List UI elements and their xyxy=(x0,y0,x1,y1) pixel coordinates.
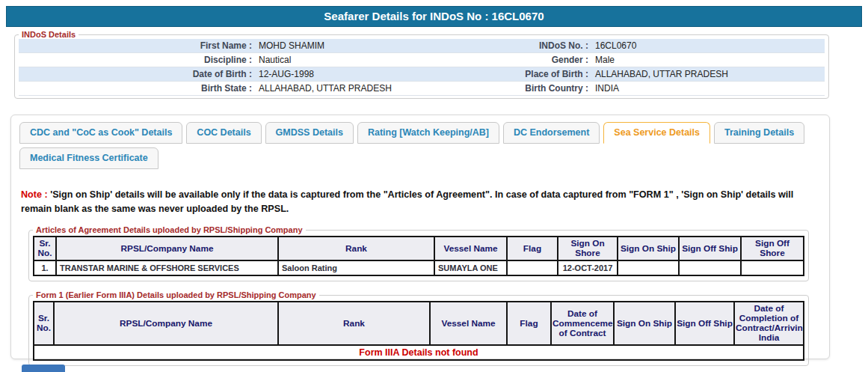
form1-empty-row: Form IIIA Details not found xyxy=(34,345,804,360)
date-of-birth-label: Date of Birth : xyxy=(19,67,256,82)
column-header-sign-on-shore: Sign On Shore xyxy=(558,237,618,260)
cell-vessel-name: SUMAYLA ONE xyxy=(434,260,507,275)
indos-row: Birth State : ALLAHABAD, UTTAR PRADESH B… xyxy=(19,82,825,96)
tab-gmdss-details[interactable]: GMDSS Details xyxy=(265,122,354,144)
indos-details-legend: INDoS Details xyxy=(19,30,79,39)
articles-of-agreement-table: Sr. No. RPSL/Company Name Rank Vessel Na… xyxy=(33,236,804,276)
column-header-date-of-completion: Date of Completion of Contract/Arriving … xyxy=(734,302,804,345)
gender-value: Male xyxy=(593,53,825,67)
birth-state-label: Birth State : xyxy=(19,82,256,96)
column-header-date-of-commencement: Date of Commencement of Contract xyxy=(551,302,614,345)
tab-medical-fitness-certificate[interactable]: Medical Fitness Certificate xyxy=(19,147,158,169)
note-text: 'Sign on Ship' details will be available… xyxy=(21,189,793,214)
column-header-sign-off-shore: Sign Off Shore xyxy=(741,237,804,260)
articles-table-header-row: Sr. No. RPSL/Company Name Rank Vessel Na… xyxy=(34,237,804,260)
form1-section: Form 1 (Earlier Form IIIA) Details uploa… xyxy=(28,290,809,366)
column-header-sign-on-ship: Sign On Ship xyxy=(614,302,675,345)
tab-bar-row-2: Medical Fitness Certificate xyxy=(19,147,821,169)
indos-no-label: INDoS No. : xyxy=(481,39,593,53)
form1-legend: Form 1 (Earlier Form IIIA) Details uploa… xyxy=(33,290,319,299)
birth-country-label: Birth Country : xyxy=(481,82,593,96)
tab-coc-details[interactable]: COC Details xyxy=(186,122,261,144)
column-header-vessel-name: Vessel Name xyxy=(434,237,507,260)
sign-on-ship-note: Note : 'Sign on Ship' details will be av… xyxy=(21,188,812,216)
indos-row: Discipline : Nautical Gender : Male xyxy=(19,53,825,67)
column-header-flag: Flag xyxy=(507,237,558,260)
details-tab-panel: CDC and "CoC as Cook" Details COC Detail… xyxy=(10,115,830,359)
discipline-label: Discipline : xyxy=(19,53,256,67)
articles-table-row: 1. TRANSTAR MARINE & OFFSHORE SERVICES S… xyxy=(34,260,804,275)
column-header-rank: Rank xyxy=(278,237,434,260)
articles-of-agreement-legend: Articles of Agreement Details uploaded b… xyxy=(33,225,306,234)
indos-row: Date of Birth : 12-AUG-1998 Place of Bir… xyxy=(19,67,825,82)
form1-table: Sr. No. RPSL/Company Name Rank Vessel Na… xyxy=(33,301,804,361)
cell-rank: Saloon Rating xyxy=(278,260,434,275)
column-header-sr-no: Sr. No. xyxy=(34,302,54,345)
column-header-sign-off-ship: Sign Off Ship xyxy=(675,302,734,345)
cell-company-name: TRANSTAR MARINE & OFFSHORE SERVICES xyxy=(56,260,278,275)
indos-row: First Name : MOHD SHAMIM INDoS No. : 16C… xyxy=(19,39,825,53)
tab-bar-row-1: CDC and "CoC as Cook" Details COC Detail… xyxy=(19,122,821,144)
cell-sign-off-shore xyxy=(741,260,804,275)
tab-sea-service-details[interactable]: Sea Service Details xyxy=(603,122,710,144)
first-name-label: First Name : xyxy=(19,39,256,53)
indos-details-section: INDoS Details First Name : MOHD SHAMIM I… xyxy=(14,30,829,99)
tab-training-details[interactable]: Training Details xyxy=(714,122,804,144)
column-header-sr-no: Sr. No. xyxy=(34,237,56,260)
date-of-birth-value: 12-AUG-1998 xyxy=(256,67,481,82)
column-header-sign-off-ship: Sign Off Ship xyxy=(679,237,741,260)
cell-flag xyxy=(507,260,558,275)
tab-rating-watch-keeping[interactable]: Rating [Watch Keeping/AB] xyxy=(357,122,499,144)
column-header-rank: Rank xyxy=(278,302,430,345)
cell-sign-on-shore: 12-OCT-2017 xyxy=(558,260,618,275)
discipline-value: Nautical xyxy=(256,53,481,67)
page-title-bar: Seafarer Details for INDoS No : 16CL0670 xyxy=(6,6,862,27)
column-header-vessel-name: Vessel Name xyxy=(430,302,507,345)
gender-label: Gender : xyxy=(481,53,593,67)
form1-table-header-row: Sr. No. RPSL/Company Name Rank Vessel Na… xyxy=(34,302,804,345)
cell-sign-off-ship xyxy=(679,260,741,275)
column-header-rpsl-company-name: RPSL/Company Name xyxy=(56,237,278,260)
indos-no-value: 16CL0670 xyxy=(593,39,825,53)
tab-cdc-coc-as-cook[interactable]: CDC and "CoC as Cook" Details xyxy=(19,122,182,144)
place-of-birth-value: ALLAHABAD, UTTAR PRADESH xyxy=(593,67,825,82)
first-name-value: MOHD SHAMIM xyxy=(256,39,481,53)
page-title: Seafarer Details for INDoS No : 16CL0670 xyxy=(324,10,544,22)
place-of-birth-label: Place of Birth : xyxy=(481,67,593,82)
column-header-rpsl-company-name: RPSL/Company Name xyxy=(54,302,278,345)
partial-button-fragment[interactable] xyxy=(22,365,65,372)
tab-dc-endorsement[interactable]: DC Endorsement xyxy=(503,122,600,144)
indos-details-table: First Name : MOHD SHAMIM INDoS No. : 16C… xyxy=(19,39,825,96)
note-prefix: Note : xyxy=(21,189,48,200)
cell-sr-no: 1. xyxy=(34,260,56,275)
column-header-sign-on-ship: Sign On Ship xyxy=(618,237,679,260)
birth-country-value: INDIA xyxy=(593,82,825,96)
articles-of-agreement-section: Articles of Agreement Details uploaded b… xyxy=(28,225,809,281)
birth-state-value: ALLAHABAD, UTTAR PRADESH xyxy=(256,82,481,96)
cell-sign-on-ship xyxy=(618,260,679,275)
column-header-flag: Flag xyxy=(507,302,551,345)
form1-empty-message: Form IIIA Details not found xyxy=(34,345,804,360)
